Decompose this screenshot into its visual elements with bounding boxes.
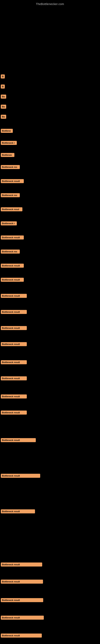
result-row: Bottleneck result — [0, 264, 24, 268]
bottleneck-result-badge[interactable]: Bottleneck result — [1, 509, 35, 514]
bottleneck-result-badge[interactable]: Bottleneck resul — [1, 207, 22, 211]
bottleneck-result-badge[interactable]: Bottleneck result — [1, 438, 36, 442]
bottleneck-result-badge[interactable]: Bottleneck result — [1, 394, 27, 398]
bottleneck-result-badge[interactable]: Bo — [1, 115, 6, 119]
bottleneck-result-badge[interactable]: Bottleneck result — [1, 474, 40, 478]
result-row: Bottleneck res — [0, 165, 20, 169]
result-row: Bottleneck result — [0, 580, 43, 584]
result-row: Bottleneck result — [0, 360, 27, 364]
bottleneck-result-badge[interactable]: Bottleneck r — [1, 141, 17, 145]
bottleneck-result-badge[interactable]: Bottleneck result — [1, 278, 24, 282]
result-row: B — [0, 84, 5, 88]
result-row: Bottleneck result — [0, 438, 36, 442]
result-row: B — [0, 74, 5, 78]
result-row: Bo — [0, 94, 6, 98]
result-row: Bottleneck result — [0, 236, 24, 240]
result-row: Bottleneck result — [0, 410, 27, 414]
bottleneck-result-badge[interactable]: Bottleneck res — [1, 165, 20, 169]
bottleneck-result-badge[interactable]: Bottleneck res — [1, 250, 20, 254]
bottleneck-result-badge[interactable]: Bottleneck result — [1, 179, 24, 183]
result-row: Bottleneck r — [0, 222, 17, 226]
bottleneck-result-badge[interactable]: B — [1, 84, 5, 88]
result-row: Bottleneck result — [0, 179, 24, 183]
result-row: Bottleneck result — [0, 278, 24, 282]
result-row: Bo — [0, 115, 6, 119]
result-row: Bottleneck res — [0, 193, 20, 197]
result-row: Bottleneck resul — [0, 207, 22, 211]
bottleneck-result-badge[interactable]: Bo — [1, 105, 6, 109]
result-row: Bottleneck result — [0, 474, 40, 478]
bottleneck-result-badge[interactable]: Bottleneck result — [1, 264, 24, 268]
bottleneck-result-badge[interactable]: Bottleneck result — [1, 310, 27, 314]
result-row: Bottleneck res — [0, 250, 20, 254]
site-title: TheBottlenecker.com — [0, 1, 100, 6]
bottleneck-result-badge[interactable]: Bottleneck res — [1, 193, 20, 197]
bottleneck-result-badge[interactable]: Bottleneck result — [1, 634, 42, 638]
bottleneck-result-badge[interactable]: Bottleneck result — [1, 410, 27, 414]
bottleneck-result-badge[interactable]: Bottleneck result — [1, 342, 27, 346]
bottleneck-result-badge[interactable]: Bottleneck result — [1, 360, 27, 364]
result-row: Bottleneck result — [0, 342, 27, 346]
bottleneck-result-badge[interactable]: Bottleneck result — [1, 326, 27, 330]
bottleneck-result-badge[interactable]: Bottleneck result — [1, 294, 27, 298]
result-row: Bottleneck result — [0, 394, 27, 398]
bottleneck-result-badge[interactable]: Bottleneck result — [1, 376, 27, 380]
result-row: Bottleneck result — [0, 310, 27, 314]
result-row: Bottleneck result — [0, 326, 27, 330]
bottleneck-result-badge[interactable]: Bottleneck result — [1, 580, 43, 584]
result-row: Bottleneck result — [0, 598, 43, 602]
result-row: Bottleneck result — [0, 509, 35, 514]
bottleneck-result-badge[interactable]: Bottlene — [1, 129, 13, 133]
bottleneck-result-badge[interactable]: Bottleneck r — [1, 222, 17, 226]
result-row: Bottleneck result — [0, 634, 42, 638]
result-row: Bo — [0, 105, 6, 109]
result-row: Bottleneck result — [0, 376, 27, 380]
result-row: Bottleneck r — [0, 141, 17, 145]
result-row: Bottlene — [0, 129, 13, 133]
result-row: Bottlenec — [0, 153, 14, 157]
bottleneck-result-badge[interactable]: Bottleneck result — [1, 598, 43, 602]
bottleneck-result-badge[interactable]: Bottleneck result — [1, 616, 44, 620]
bottleneck-result-badge[interactable]: Bo — [1, 94, 6, 98]
result-row: Bottleneck result — [0, 616, 44, 620]
bottleneck-result-badge[interactable]: Bottlenec — [1, 153, 14, 157]
bottleneck-result-badge[interactable]: Bottleneck result — [1, 236, 24, 240]
bottleneck-result-badge[interactable]: Bottleneck result — [1, 562, 42, 566]
result-row: Bottleneck result — [0, 294, 27, 298]
result-row: Bottleneck result — [0, 562, 42, 566]
bottleneck-result-badge[interactable]: B — [1, 74, 5, 78]
